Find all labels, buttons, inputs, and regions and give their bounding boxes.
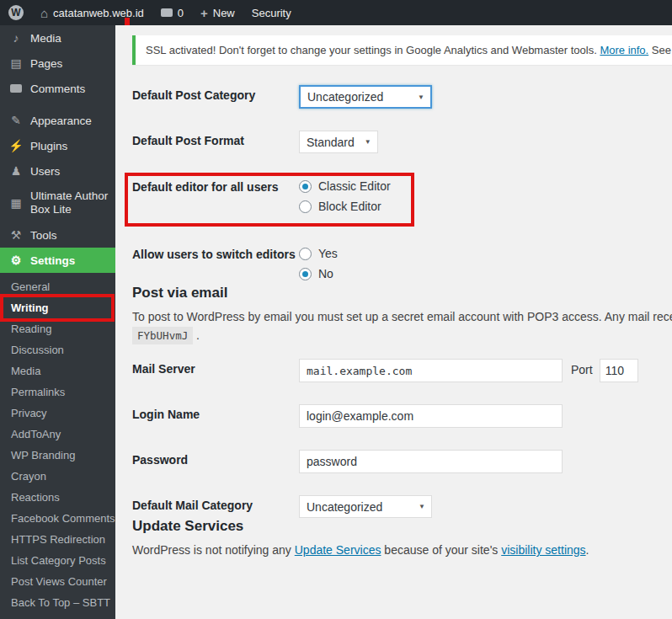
update-services-heading: Update Services — [132, 518, 672, 535]
update-services-text-before: WordPress is not notifying any — [132, 543, 291, 557]
switch-no-option[interactable]: No — [299, 264, 338, 283]
description-line: To post to WordPress by email you must s… — [132, 310, 672, 323]
update-services-link[interactable]: Update Services — [295, 543, 381, 557]
visibility-settings-link[interactable]: visibility settings — [501, 543, 585, 557]
submenu-item-wp-category[interactable]: WP Category T — [0, 613, 115, 619]
more-info-link[interactable]: More info. — [600, 44, 648, 56]
ssl-notice-text: SSL activated! Don't forget to change yo… — [146, 44, 597, 56]
classic-editor-option[interactable]: Classic Editor — [299, 177, 391, 195]
sidebar-item-media[interactable]: ♪ Media — [0, 25, 115, 51]
wordpress-menu[interactable]: W — [0, 0, 32, 25]
update-services-text-after: . — [586, 543, 589, 557]
field-label: Default Mail Category — [132, 495, 299, 512]
wordpress-logo-icon: W — [8, 5, 24, 20]
submenu-item-facebook-comments[interactable]: Facebook Comments — [0, 508, 115, 529]
submenu-item-back-to-top[interactable]: Back To Top – SBTT — [0, 592, 115, 613]
settings-content: SSL activated! Don't forget to change yo… — [115, 25, 672, 619]
submenu-item-privacy[interactable]: Privacy — [0, 403, 115, 424]
users-icon: ♟ — [8, 164, 24, 178]
switch-editors-row: Allow users to switch editors Yes No — [132, 244, 672, 285]
radio-label: Yes — [318, 247, 338, 260]
menu-label: Pages — [30, 57, 62, 70]
chevron-down-icon: ▼ — [365, 138, 371, 146]
mail-server-row: Mail Server Port — [132, 359, 672, 382]
plugins-icon: ⚡ — [8, 139, 24, 152]
post-via-email-heading: Post via email — [132, 285, 672, 301]
sidebar-item-pages[interactable]: ▤ Pages — [0, 51, 115, 76]
comment-count: 0 — [178, 7, 184, 19]
after-code-text: . — [196, 328, 200, 342]
sidebar-item-comments[interactable]: Comments — [0, 76, 115, 101]
sidebar-item-settings[interactable]: ⚙ Settings — [0, 248, 115, 273]
menu-label: Media — [30, 32, 61, 45]
radio-label: Block Editor — [318, 200, 381, 213]
chevron-down-icon: ▼ — [419, 503, 425, 510]
update-services-text: WordPress is not notifying any Update Se… — [132, 543, 672, 557]
chevron-down-icon: ▼ — [418, 93, 424, 101]
menu-separator — [0, 101, 115, 108]
menu-label: Settings — [30, 254, 75, 267]
new-label: New — [213, 7, 235, 19]
sidebar-item-tools[interactable]: ⚒ Tools — [0, 222, 115, 248]
random-string-code: FYbUHvmJ — [132, 327, 193, 344]
menu-label: Appearance — [30, 115, 92, 127]
switch-yes-option[interactable]: Yes — [299, 244, 338, 263]
site-name-menu[interactable]: ⌂ catatanweb.web.id — [32, 0, 152, 25]
field-label: Mail Server — [132, 359, 299, 376]
settings-submenu: General Writing Reading Discussion Media… — [0, 273, 115, 619]
submenu-item-wp-branding[interactable]: WP Branding — [0, 445, 115, 466]
comment-bubble-icon — [161, 8, 173, 17]
sidebar-item-plugins[interactable]: ⚡ Plugins — [0, 133, 115, 158]
submenu-item-media[interactable]: Media — [0, 360, 115, 382]
update-services-text-middle: because of your site's — [384, 543, 498, 557]
submenu-item-addtoany[interactable]: AddToAny — [0, 424, 115, 445]
radio-label: Classic Editor — [318, 179, 391, 193]
submenu-item-reactions[interactable]: Reactions — [0, 487, 115, 508]
radio-icon[interactable] — [299, 248, 312, 260]
port-input[interactable] — [600, 359, 638, 382]
sidebar-item-users[interactable]: ♟ Users — [0, 158, 115, 184]
menu-label: Comments — [30, 83, 85, 95]
comments-menu[interactable]: 0 — [152, 0, 192, 25]
submenu-item-list-category-posts[interactable]: List Category Posts — [0, 550, 115, 571]
block-editor-option[interactable]: Block Editor — [299, 197, 391, 216]
field-label: Password — [132, 450, 299, 467]
radio-icon[interactable] — [299, 268, 312, 280]
submenu-item-crayon[interactable]: Crayon — [0, 466, 115, 487]
submenu-item-post-views-counter[interactable]: Post Views Counter — [0, 571, 115, 592]
security-menu[interactable]: Security — [243, 0, 300, 25]
field-label: Default Post Format — [132, 131, 299, 147]
password-input[interactable] — [299, 450, 563, 473]
select-value: Uncategorized — [307, 500, 382, 514]
radio-icon[interactable] — [299, 180, 312, 193]
admin-sidebar: ♪ Media ▤ Pages Comments ✎ Appearance ⚡ … — [0, 25, 115, 619]
default-mail-category-select[interactable]: Uncategorized ▼ — [299, 495, 432, 518]
admin-bar: W ⌂ catatanweb.web.id 0 + New Security — [0, 0, 672, 25]
sidebar-item-ultimate-author-box[interactable]: ▦ Ultimate Author Box Lite — [0, 184, 115, 222]
sidebar-item-appearance[interactable]: ✎ Appearance — [0, 108, 115, 133]
pages-icon: ▤ — [8, 56, 24, 70]
default-post-format-select[interactable]: Standard ▼ — [299, 131, 378, 153]
default-post-category-select[interactable]: Uncategorized ▼ — [299, 85, 432, 109]
mail-server-input[interactable] — [299, 359, 563, 382]
submenu-item-https-redirection[interactable]: HTTPS Redirection — [0, 529, 115, 550]
field-label: Default Post Category — [132, 85, 299, 102]
radio-icon[interactable] — [299, 200, 312, 213]
menu-label: Plugins — [30, 140, 67, 152]
default-editor-options: Classic Editor Block Editor — [299, 177, 391, 217]
login-name-input[interactable] — [299, 404, 563, 428]
settings-icon: ⚙ — [8, 253, 24, 267]
switch-editors-options: Yes No — [299, 244, 338, 285]
submenu-item-general[interactable]: General — [0, 276, 115, 297]
comments-icon — [10, 84, 22, 93]
port-label: Port — [571, 363, 593, 376]
submenu-item-permalinks[interactable]: Permalinks — [0, 382, 115, 403]
random-string-line: FYbUHvmJ . — [132, 328, 672, 342]
default-post-category-row: Default Post Category Uncategorized ▼ — [132, 85, 672, 109]
submenu-item-reading[interactable]: Reading — [0, 318, 115, 339]
radio-label: No — [318, 267, 333, 280]
submenu-item-writing[interactable]: Writing — [0, 297, 115, 318]
new-content-menu[interactable]: + New — [192, 0, 243, 25]
plus-icon: + — [200, 6, 208, 20]
submenu-item-discussion[interactable]: Discussion — [0, 339, 115, 360]
